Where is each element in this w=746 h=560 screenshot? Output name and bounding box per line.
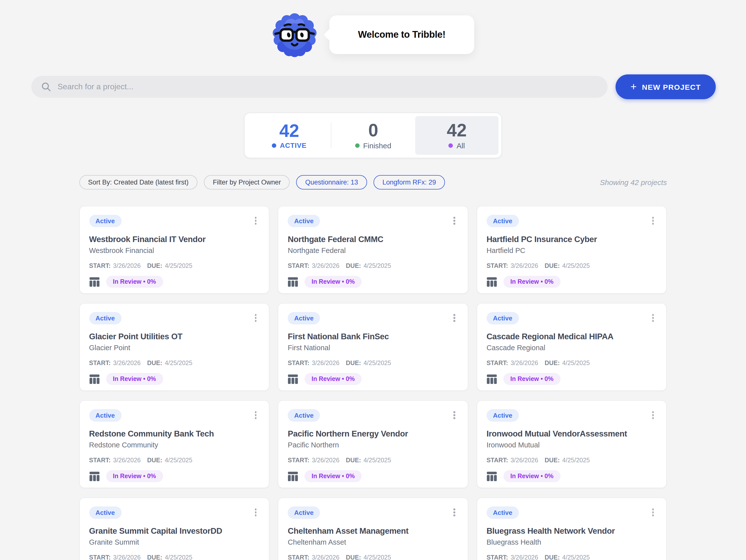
stats-tab-all[interactable]: 42 All — [415, 116, 498, 155]
project-owner: Northgate Federal — [288, 247, 458, 254]
project-card[interactable]: Active Redstone Community Bank Tech Reds… — [79, 400, 269, 488]
project-card[interactable]: Active Granite Summit Capital InvestorDD… — [79, 498, 269, 560]
project-owner: Pacific Northern — [288, 441, 458, 449]
status-badge: Active — [487, 506, 519, 519]
project-card[interactable]: Active Glacier Point Utilities OT Glacie… — [79, 303, 269, 391]
project-owner: Bluegrass Health — [487, 538, 657, 546]
kebab-menu-icon[interactable] — [252, 215, 259, 226]
kebab-menu-icon[interactable] — [451, 409, 458, 421]
card-footer: In Review • 0% — [487, 373, 657, 385]
start-date: 3/26/2026 — [113, 360, 141, 367]
table-icon — [89, 277, 99, 286]
status-badge: Active — [487, 312, 519, 325]
project-owner: Hartfield PC — [487, 247, 657, 254]
project-owner: Redstone Community — [89, 441, 259, 449]
stats-tab-active[interactable]: 42 ACTIVE — [248, 116, 331, 155]
due-label: DUE: — [147, 554, 162, 560]
start-label: START: — [89, 262, 111, 269]
project-dates: START: 3/26/2026 DUE: 4/25/2025 — [288, 457, 458, 464]
project-card[interactable]: Active Northgate Federal CMMC Northgate … — [278, 206, 468, 293]
kebab-menu-icon[interactable] — [649, 312, 657, 324]
project-dates: START: 3/26/2026 DUE: 4/25/2025 — [89, 554, 259, 560]
search-input[interactable] — [58, 82, 598, 91]
review-status-pill: In Review • 0% — [504, 470, 561, 482]
due-date: 4/25/2025 — [165, 554, 192, 560]
start-date: 3/26/2026 — [312, 262, 339, 269]
start-date: 3/26/2026 — [511, 554, 538, 560]
search-bar[interactable] — [31, 76, 608, 98]
kebab-menu-icon[interactable] — [649, 506, 657, 518]
start-label: START: — [487, 554, 508, 560]
status-badge: Active — [487, 409, 519, 422]
project-owner: Cheltenham Asset — [288, 538, 458, 546]
kebab-menu-icon[interactable] — [451, 506, 458, 518]
due-date: 4/25/2025 — [364, 554, 391, 560]
status-badge: Active — [288, 409, 320, 422]
new-project-label: NEW PROJECT — [642, 83, 701, 91]
tribble-projects-dashboard: Welcome to Tribble! + NEW PROJECT 42 ACT… — [0, 0, 746, 560]
project-card[interactable]: Active Cheltenham Asset Management Chelt… — [278, 498, 468, 560]
start-date: 3/26/2026 — [113, 554, 141, 560]
longform-rfx-filter-chip[interactable]: Longform RFx: 29 — [373, 175, 445, 190]
project-card[interactable]: Active Hartfield PC Insurance Cyber Hart… — [477, 206, 667, 293]
due-date: 4/25/2025 — [165, 360, 192, 367]
review-status-pill: In Review • 0% — [106, 373, 163, 385]
project-dates: START: 3/26/2026 DUE: 4/25/2025 — [288, 262, 458, 269]
due-label: DUE: — [147, 262, 162, 269]
project-title: Bluegrass Health Network Vendor — [487, 526, 657, 536]
project-title: Pacific Northern Energy Vendor — [288, 429, 458, 439]
project-dates: START: 3/26/2026 DUE: 4/25/2025 — [487, 457, 657, 464]
project-stats-card: 42 ACTIVE 0 Finished 42 All — [244, 113, 502, 158]
kebab-menu-icon[interactable] — [649, 409, 657, 421]
due-date: 4/25/2025 — [364, 360, 391, 367]
project-owner: Cascade Regional — [487, 344, 657, 352]
review-status-pill: In Review • 0% — [504, 373, 561, 385]
card-footer: In Review • 0% — [487, 470, 657, 482]
welcome-text: Welcome to Tribble! — [358, 29, 446, 40]
kebab-menu-icon[interactable] — [451, 215, 458, 226]
due-date: 4/25/2025 — [562, 457, 590, 464]
kebab-menu-icon[interactable] — [252, 312, 259, 324]
stats-tab-finished[interactable]: 0 Finished — [332, 116, 415, 155]
finished-count: 0 — [368, 121, 378, 140]
start-date: 3/26/2026 — [511, 262, 538, 269]
status-badge: Active — [487, 215, 519, 227]
kebab-menu-icon[interactable] — [252, 409, 259, 421]
finished-dot-icon — [355, 143, 360, 148]
project-owner: Westbrook Financial — [89, 247, 259, 254]
due-label: DUE: — [346, 457, 361, 464]
project-card[interactable]: Active Pacific Northern Energy Vendor Pa… — [278, 400, 468, 488]
project-title: Hartfield PC Insurance Cyber — [487, 234, 657, 244]
start-label: START: — [288, 554, 309, 560]
table-icon — [487, 374, 497, 384]
due-date: 4/25/2025 — [364, 262, 391, 269]
table-icon — [288, 277, 298, 286]
project-card[interactable]: Active First National Bank FinSec First … — [278, 303, 468, 391]
questionnaire-filter-chip[interactable]: Questionnaire: 13 — [296, 175, 367, 190]
project-card[interactable]: Active Bluegrass Health Network Vendor B… — [477, 498, 667, 560]
all-label: All — [457, 141, 465, 150]
project-dates: START: 3/26/2026 DUE: 4/25/2025 — [487, 360, 657, 367]
project-dates: START: 3/26/2026 DUE: 4/25/2025 — [288, 554, 458, 560]
project-card[interactable]: Active Ironwood Mutual VendorAssessment … — [477, 400, 667, 488]
start-label: START: — [487, 457, 508, 464]
active-count: 42 — [279, 121, 299, 140]
filter-owner-chip[interactable]: Filter by Project Owner — [204, 175, 290, 190]
start-label: START: — [89, 554, 111, 560]
project-card[interactable]: Active Westbrook Financial IT Vendor Wes… — [79, 206, 269, 293]
project-title: Westbrook Financial IT Vendor — [89, 234, 259, 244]
card-footer: In Review • 0% — [288, 373, 458, 385]
table-icon — [487, 472, 497, 481]
sort-by-chip[interactable]: Sort By: Created Date (latest first) — [79, 175, 197, 190]
start-date: 3/26/2026 — [312, 360, 339, 367]
start-label: START: — [288, 360, 309, 367]
kebab-menu-icon[interactable] — [252, 506, 259, 518]
status-badge: Active — [89, 506, 121, 519]
due-label: DUE: — [545, 262, 560, 269]
start-label: START: — [288, 457, 309, 464]
card-footer: In Review • 0% — [89, 373, 259, 385]
kebab-menu-icon[interactable] — [649, 215, 657, 226]
new-project-button[interactable]: + NEW PROJECT — [615, 75, 716, 99]
project-card[interactable]: Active Cascade Regional Medical HIPAA Ca… — [477, 303, 667, 391]
kebab-menu-icon[interactable] — [451, 312, 458, 324]
